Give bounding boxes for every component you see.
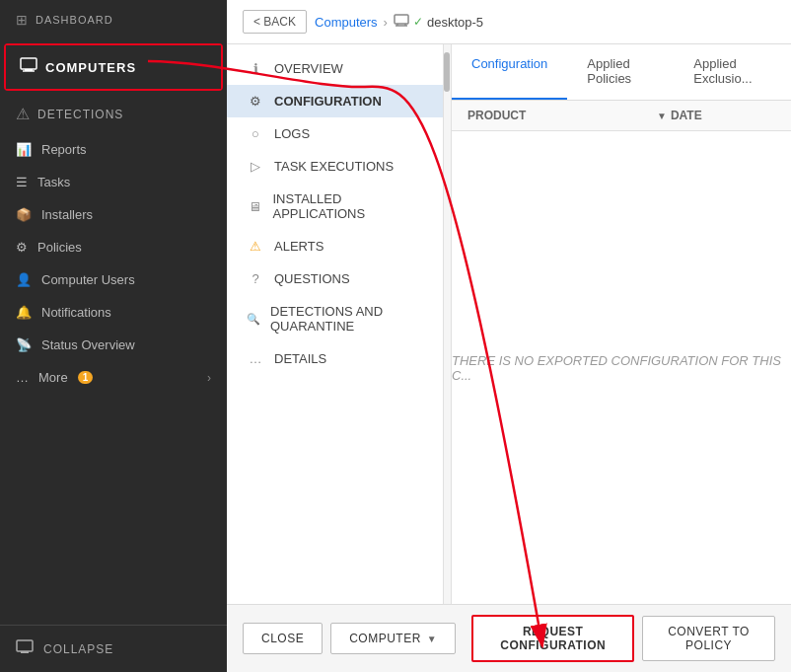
- tab-applied-policies[interactable]: Applied Policies: [567, 44, 674, 100]
- sort-icon: ▼: [657, 111, 667, 121]
- overview-icon: ℹ: [247, 61, 264, 76]
- sidebar-item-policies[interactable]: ⚙ Policies: [0, 231, 227, 263]
- sidebar-item-status-overview[interactable]: 📡 Status Overview: [0, 329, 227, 361]
- bottom-bar: CLOSE COMPUTER ▼ REQUEST CONFIGURATION C…: [227, 604, 791, 672]
- notifications-label: Notifications: [41, 305, 111, 320]
- details-label: DETAILS: [274, 351, 326, 366]
- notifications-icon: 🔔: [16, 305, 32, 320]
- sidebar-item-detections[interactable]: ⚠ DETECTIONS: [0, 95, 227, 133]
- tasks-label: Tasks: [37, 175, 70, 189]
- col-date-header[interactable]: ▼ DATE: [657, 109, 775, 122]
- nav-item-configuration[interactable]: ⚙ CONFIGURATION: [227, 85, 443, 117]
- tab-applied-exclusions[interactable]: Applied Exclusio...: [674, 44, 791, 100]
- installed-apps-icon: 🖥: [247, 199, 263, 214]
- convert-label: CONVERT TO POLICY: [668, 625, 750, 652]
- installed-apps-label: INSTALLED APPLICATIONS: [273, 191, 424, 221]
- more-badge: 1: [78, 371, 94, 384]
- col-product-header: PRODUCT: [467, 109, 657, 122]
- checkmark-icon: ✓: [413, 15, 423, 29]
- table-header: PRODUCT ▼ DATE: [452, 101, 791, 131]
- sidebar-item-notifications[interactable]: 🔔 Notifications: [0, 296, 227, 329]
- collapse-label: COLLAPSE: [43, 642, 113, 656]
- computer-button-label: COMPUTER: [349, 632, 421, 645]
- back-label: < BACK: [253, 15, 296, 29]
- details-icon: …: [247, 351, 264, 366]
- nav-item-task-executions[interactable]: ▷ TASK EXECUTIONS: [227, 150, 443, 183]
- policies-label: Policies: [37, 240, 82, 255]
- detections-label: DETECTIONS: [37, 108, 123, 121]
- nav-item-questions[interactable]: ? QUESTIONS: [227, 262, 443, 295]
- sidebar: ⊞ DASHBOARD COMPUTERS ⚠ DETECTIONS: [0, 0, 227, 672]
- request-configuration-button[interactable]: REQUEST CONFIGURATION: [471, 615, 634, 662]
- logs-icon: ○: [247, 126, 264, 141]
- scroll-thumb: [444, 52, 450, 92]
- breadcrumb-computer-name: desktop-5: [427, 15, 483, 30]
- computers-label: COMPUTERS: [45, 60, 136, 75]
- questions-label: QUESTIONS: [274, 271, 350, 286]
- status-overview-label: Status Overview: [41, 337, 135, 352]
- detections-icon: ⚠: [16, 105, 30, 123]
- configuration-label: CONFIGURATION: [274, 94, 382, 109]
- computers-icon: [20, 57, 37, 77]
- sidebar-footer: COLLAPSE: [0, 625, 227, 672]
- sidebar-item-tasks[interactable]: ☰ Tasks: [0, 166, 227, 198]
- nav-item-installed-apps[interactable]: 🖥 INSTALLED APPLICATIONS: [227, 183, 443, 230]
- svg-rect-3: [17, 640, 33, 651]
- questions-icon: ?: [247, 271, 264, 286]
- logs-label: LOGS: [274, 126, 310, 141]
- sidebar-item-installers[interactable]: 📦 Installers: [0, 198, 227, 231]
- nav-item-logs[interactable]: ○ LOGS: [227, 117, 443, 150]
- tab-applied-policies-label: Applied Policies: [587, 56, 631, 86]
- breadcrumb: Computers › ✓ desktop-5: [315, 14, 483, 31]
- top-bar: < BACK Computers › ✓ desktop-5: [227, 0, 791, 44]
- close-button[interactable]: CLOSE: [243, 623, 323, 654]
- sidebar-item-reports[interactable]: 📊 Reports: [0, 133, 227, 166]
- tab-applied-exclusions-label: Applied Exclusio...: [693, 56, 752, 86]
- back-button[interactable]: < BACK: [243, 10, 307, 34]
- main-area: < BACK Computers › ✓ desktop-5: [227, 0, 791, 672]
- svg-rect-4: [21, 651, 29, 653]
- tasks-icon: ☰: [16, 175, 28, 189]
- col-date-label: DATE: [671, 109, 702, 122]
- nav-item-alerts[interactable]: ⚠ ALERTS: [227, 230, 443, 262]
- task-executions-label: TASK EXECUTIONS: [274, 159, 394, 174]
- left-nav: ℹ OVERVIEW ⚙ CONFIGURATION ○ LOGS ▷ TASK…: [227, 44, 444, 604]
- alerts-icon: ⚠: [247, 239, 264, 254]
- computer-breadcrumb-icon: [394, 14, 409, 31]
- breadcrumb-computer: ✓ desktop-5: [394, 14, 483, 31]
- installers-label: Installers: [41, 207, 93, 222]
- sidebar-item-computers[interactable]: COMPUTERS: [6, 45, 221, 89]
- sidebar-item-more[interactable]: … More 1 ›: [0, 361, 227, 394]
- col-product-label: PRODUCT: [467, 109, 526, 122]
- computer-users-icon: 👤: [16, 272, 32, 287]
- computer-users-label: Computer Users: [41, 272, 135, 287]
- sidebar-item-computer-users[interactable]: 👤 Computer Users: [0, 263, 227, 296]
- more-icon: …: [16, 370, 29, 385]
- overview-label: OVERVIEW: [274, 61, 343, 76]
- policies-icon: ⚙: [16, 240, 28, 255]
- empty-message: THERE IS NO EXPORTED CONFIGURATION FOR T…: [452, 353, 791, 383]
- tab-configuration[interactable]: Configuration: [452, 44, 567, 100]
- nav-item-details[interactable]: … DETAILS: [227, 342, 443, 375]
- nav-item-overview[interactable]: ℹ OVERVIEW: [227, 52, 443, 85]
- request-config-label: REQUEST CONFIGURATION: [500, 625, 606, 652]
- scroll-track[interactable]: [444, 44, 452, 604]
- breadcrumb-computers[interactable]: Computers: [315, 15, 378, 30]
- computer-button[interactable]: COMPUTER ▼: [330, 623, 456, 654]
- convert-to-policy-button[interactable]: CONVERT TO POLICY: [642, 616, 775, 661]
- more-label: More: [38, 370, 68, 385]
- alerts-label: ALERTS: [274, 239, 324, 254]
- right-panel: Configuration Applied Policies Applied E…: [452, 44, 791, 604]
- computer-chevron-icon: ▼: [427, 634, 437, 644]
- nav-item-detections-quarantine[interactable]: 🔍 DETECTIONS AND QUARANTINE: [227, 295, 443, 342]
- status-overview-icon: 📡: [16, 337, 32, 352]
- sidebar-collapse-button[interactable]: COLLAPSE: [0, 626, 227, 672]
- svg-rect-5: [395, 15, 408, 24]
- reports-label: Reports: [41, 142, 87, 157]
- task-exec-icon: ▷: [247, 159, 264, 174]
- sidebar-sub-items: 📊 Reports ☰ Tasks 📦 Installers ⚙ Policie…: [0, 133, 227, 394]
- configuration-icon: ⚙: [247, 94, 264, 109]
- reports-icon: 📊: [16, 142, 32, 157]
- sidebar-item-dashboard[interactable]: ⊞ DASHBOARD: [0, 0, 227, 39]
- breadcrumb-separator: ›: [384, 15, 388, 30]
